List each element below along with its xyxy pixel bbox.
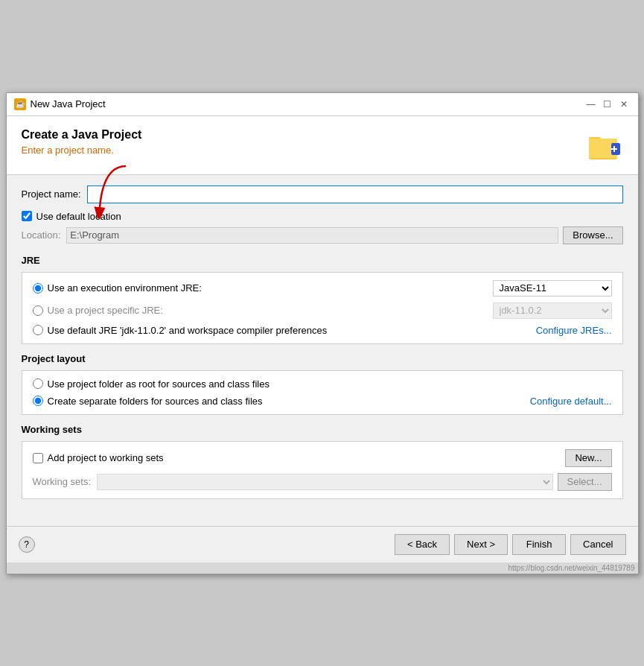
minimize-button[interactable]: — [584, 98, 598, 111]
jre-specific-radio[interactable] [33, 305, 43, 316]
jre-option3-row: Use default JRE 'jdk-11.0.2' and workspa… [33, 325, 612, 336]
jre-option2-row: Use a project specific JRE: jdk-11.0.2 [33, 302, 612, 319]
footer-buttons: < Back Next > Finish Cancel [395, 534, 626, 555]
help-button[interactable]: ? [19, 536, 35, 553]
configure-default-link[interactable]: Configure default... [530, 396, 612, 407]
configure-jres-wrapper: Configure JREs... [536, 325, 612, 336]
add-to-working-sets-label: Add project to working sets [48, 452, 164, 463]
jre-section-box: Use an execution environment JRE: JavaSE… [22, 272, 623, 344]
title-bar: ☕ New Java Project — ☐ ✕ [7, 93, 638, 116]
jre-env-select[interactable]: JavaSE-11 [493, 280, 612, 296]
add-to-working-sets-checkbox[interactable] [33, 453, 43, 463]
configure-jres-link[interactable]: Configure JREs... [536, 325, 612, 336]
new-working-set-button[interactable]: New... [565, 449, 611, 467]
cancel-button[interactable]: Cancel [570, 534, 625, 555]
project-name-input[interactable] [87, 185, 623, 203]
close-button[interactable]: ✕ [617, 98, 631, 111]
layout-option1-row: Use project folder as root for sources a… [33, 378, 612, 390]
app-icon: ☕ [14, 98, 26, 110]
jre-specific-label: Use a project specific JRE: [48, 305, 163, 316]
header-text: Create a Java Project Enter a project na… [22, 128, 142, 156]
jre-env-label: Use an execution environment JRE: [48, 282, 202, 294]
jre-specific-select-wrapper: jdk-11.0.2 [493, 302, 612, 319]
working-sets-row: Working sets: Select... [33, 473, 612, 491]
finish-button[interactable]: Finish [512, 534, 566, 555]
main-content: Project name: Use default location Locat… [7, 175, 638, 518]
jre-env-radio[interactable] [33, 283, 43, 294]
back-button[interactable]: < Back [395, 534, 450, 555]
project-layout-title: Project layout [22, 353, 623, 364]
header-folder-icon [587, 128, 623, 164]
select-working-set-button[interactable]: Select... [558, 473, 612, 491]
jre-section-title: JRE [22, 255, 623, 266]
browse-button[interactable]: Browse... [563, 226, 622, 244]
location-input[interactable] [66, 227, 558, 244]
working-sets-label: Working sets: [33, 476, 92, 487]
working-sets-add-row: Add project to working sets [33, 452, 561, 463]
watermark: https://blog.csdn.net/weixin_44819789 [7, 562, 638, 574]
working-sets-box: Add project to working sets New... Worki… [22, 441, 623, 499]
use-default-location-checkbox[interactable] [22, 211, 32, 221]
dialog-subtext: Enter a project name. [22, 145, 142, 156]
jre-default-label: Use default JRE 'jdk-11.0.2' and workspa… [48, 325, 328, 336]
location-label: Location: [22, 229, 61, 241]
jre-default-radio[interactable] [33, 325, 43, 335]
title-bar-left: ☕ New Java Project [14, 98, 106, 110]
project-name-label: Project name: [22, 188, 81, 200]
working-sets-select[interactable] [97, 474, 553, 490]
next-button[interactable]: Next > [454, 534, 508, 555]
window-controls: — ☐ ✕ [584, 98, 631, 111]
layout-root-radio[interactable] [33, 378, 43, 389]
new-java-project-dialog: ☕ New Java Project — ☐ ✕ Create a Java P… [6, 92, 639, 574]
layout-option2-row: Create separate folders for sources and … [33, 396, 612, 407]
layout-separate-radio[interactable] [33, 396, 43, 406]
configure-default-wrapper: Configure default... [530, 396, 612, 407]
dialog-footer: ? < Back Next > Finish Cancel [7, 526, 638, 562]
layout-separate-label: Create separate folders for sources and … [48, 396, 263, 407]
layout-root-label: Use project folder as root for sources a… [48, 378, 270, 390]
dialog-title: New Java Project [31, 98, 106, 110]
maximize-button[interactable]: ☐ [601, 98, 614, 111]
project-layout-box: Use project folder as root for sources a… [22, 370, 623, 415]
working-sets-title: Working sets [22, 424, 623, 435]
jre-specific-select[interactable]: jdk-11.0.2 [493, 302, 612, 319]
location-row: Location: Browse... [22, 226, 623, 244]
folder-svg-icon [587, 128, 623, 164]
jre-env-select-wrapper: JavaSE-11 [493, 280, 612, 296]
dialog-heading: Create a Java Project [22, 128, 142, 142]
annotation-arrow [89, 159, 133, 218]
jre-option1-row: Use an execution environment JRE: JavaSE… [33, 280, 612, 296]
footer-left: ? [19, 536, 35, 553]
